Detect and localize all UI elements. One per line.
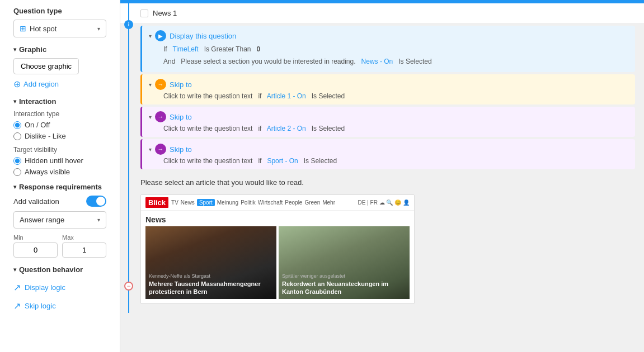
news-checkbox[interactable] <box>140 9 148 17</box>
vertical-line <box>128 3 129 313</box>
question-type-select[interactable]: ⊞ Hot spot ▾ <box>13 20 106 37</box>
blick-logo: Blick <box>145 197 168 208</box>
blick-news-title: News <box>141 211 414 226</box>
chevron-icon: ▾ <box>13 184 16 190</box>
question-prompt: Please select an article that you would … <box>120 172 644 191</box>
interaction-type-group: On / Off Dislike - Like <box>13 121 106 140</box>
article-1-headline: Mehrere Tausend Massnahmengegner protest… <box>149 280 273 296</box>
target-visibility-group: Hidden until hover Always visible <box>13 156 106 176</box>
radio-always-visible[interactable]: Always visible <box>13 168 106 176</box>
news-item-label: News 1 <box>153 9 177 17</box>
collapse-chevron[interactable]: ▾ <box>149 114 152 120</box>
skip-condition-2-title: Skip to <box>170 113 192 121</box>
max-label: Max <box>62 234 106 241</box>
max-input[interactable] <box>62 242 106 258</box>
radio-on-off[interactable]: On / Off <box>13 121 106 129</box>
graphic-title: Graphic <box>19 45 46 54</box>
question-type-title: Question type <box>13 7 106 15</box>
condition-skip-1: ▾ → Skip to Click to write the question … <box>140 74 635 104</box>
chevron-down-icon: ▾ <box>97 26 100 32</box>
on-off-label: On / Off <box>25 121 50 129</box>
question-type-value: Hot spot <box>30 25 57 33</box>
response-req-header[interactable]: ▾ Response requirements <box>13 183 106 191</box>
radio-hidden-until-hover[interactable]: Hidden until hover <box>13 156 106 165</box>
display-condition-title: Display this question <box>170 32 236 40</box>
skip-condition-3-icon: → <box>155 144 166 155</box>
preview-section: Blick TV News Sport Meinung Politik Wirt… <box>120 191 644 313</box>
news-item-header: News 1 <box>120 3 644 23</box>
condition-skip-2: ▾ → Skip to Click to write the question … <box>140 107 635 137</box>
skip-condition-1-icon: → <box>155 79 166 90</box>
article-image-2: Spitäler weniger ausgelastet Rekordwert … <box>279 226 410 299</box>
skip-condition-3-title: Skip to <box>170 145 192 154</box>
display-condition-icon: ▶ <box>155 30 166 41</box>
hotspot-icon: ⊞ <box>20 24 26 33</box>
condition-display: ▾ ▶ Display this question If TimeLeft Is… <box>140 26 635 72</box>
min-input[interactable] <box>13 242 58 258</box>
collapse-chevron[interactable]: ▾ <box>149 82 152 88</box>
collapse-chevron[interactable]: ▾ <box>149 33 152 39</box>
choose-graphic-button[interactable]: Choose graphic <box>13 58 79 74</box>
condition-skip-3: ▾ → Skip to Click to write the question … <box>140 139 635 169</box>
blick-lang: DE | FR ☁ 🔍 😊 👤 <box>358 199 410 206</box>
blick-images-row: Kennedy-Neffe als Stargast Mehrere Tause… <box>141 226 414 303</box>
add-validation-toggle[interactable] <box>86 196 106 207</box>
chevron-down-icon: ▾ <box>97 217 100 223</box>
circle-marker-top: i <box>124 20 133 29</box>
response-req-title: Response requirements <box>19 183 102 191</box>
article-2-headline: Rekordwert an Neuansteckungen im Kanton … <box>282 280 406 296</box>
skip-condition-1-title: Skip to <box>170 80 192 89</box>
display-logic-label: Display logic <box>25 283 65 292</box>
left-panel: Question type ⊞ Hot spot ▾ ▾ Graphic Cho… <box>0 0 120 352</box>
minus-marker: − <box>124 282 133 291</box>
add-validation-label: Add validation <box>13 197 59 206</box>
answer-range-select[interactable]: Answer range ▾ <box>13 211 106 229</box>
skip-logic-label: Skip logic <box>25 302 56 310</box>
answer-range-label: Answer range <box>20 216 64 224</box>
display-logic-item[interactable]: ↗ Display logic <box>13 278 106 297</box>
chevron-icon: ▾ <box>13 46 16 53</box>
hidden-hover-label: Hidden until hover <box>25 156 83 165</box>
target-visibility-label: Target visibility <box>13 146 106 154</box>
article-2-caption-small: Spitäler weniger ausgelastet <box>282 273 406 279</box>
min-max-row: Min Max <box>13 234 106 258</box>
right-panel: i News 1 ▾ ▶ Display this question If Ti… <box>120 0 644 352</box>
blick-navbar: Blick TV News Sport Meinung Politik Wirt… <box>141 195 414 211</box>
interaction-type-label: Interaction type <box>13 110 106 118</box>
blick-nav-items: TV News Sport Meinung Politik Wirtschaft… <box>171 199 335 206</box>
skip-condition-2-icon: → <box>155 111 166 122</box>
plus-icon: ⊕ <box>13 79 21 89</box>
skip-logic-item[interactable]: ↗ Skip logic <box>13 297 106 315</box>
article-1-caption-small: Kennedy-Neffe als Stargast <box>149 273 273 279</box>
skip-condition-3-rules: Click to write the question text if Spor… <box>149 157 628 165</box>
interaction-title: Interaction <box>19 97 56 106</box>
graphic-section-header[interactable]: ▾ Graphic <box>13 45 106 54</box>
skip-condition-1-rules: Click to write the question text if Arti… <box>149 92 628 100</box>
display-condition-rules: If TimeLeft Is Greater Than 0 And Please… <box>149 44 628 68</box>
dislike-like-label: Dislike - Like <box>25 132 66 140</box>
chevron-icon: ▾ <box>13 267 16 273</box>
radio-dislike-like[interactable]: Dislike - Like <box>13 132 106 140</box>
add-region-button[interactable]: ⊕ Add region <box>13 79 106 89</box>
display-logic-icon: ↗ <box>13 282 21 293</box>
always-visible-label: Always visible <box>25 168 70 176</box>
question-behavior-title: Question behavior <box>19 265 83 274</box>
interaction-section-header[interactable]: ▾ Interaction <box>13 97 106 106</box>
skip-logic-icon: ↗ <box>13 301 21 311</box>
skip-condition-2-rules: Click to write the question text if Arti… <box>149 125 628 132</box>
min-label: Min <box>13 234 58 241</box>
article-image-1: Kennedy-Neffe als Stargast Mehrere Tause… <box>145 226 276 299</box>
question-behavior-header[interactable]: ▾ Question behavior <box>13 265 106 274</box>
add-region-label: Add region <box>23 80 59 88</box>
collapse-chevron[interactable]: ▾ <box>149 146 152 153</box>
blick-preview: Blick TV News Sport Meinung Politik Wirt… <box>140 194 415 304</box>
chevron-icon: ▾ <box>13 98 16 104</box>
